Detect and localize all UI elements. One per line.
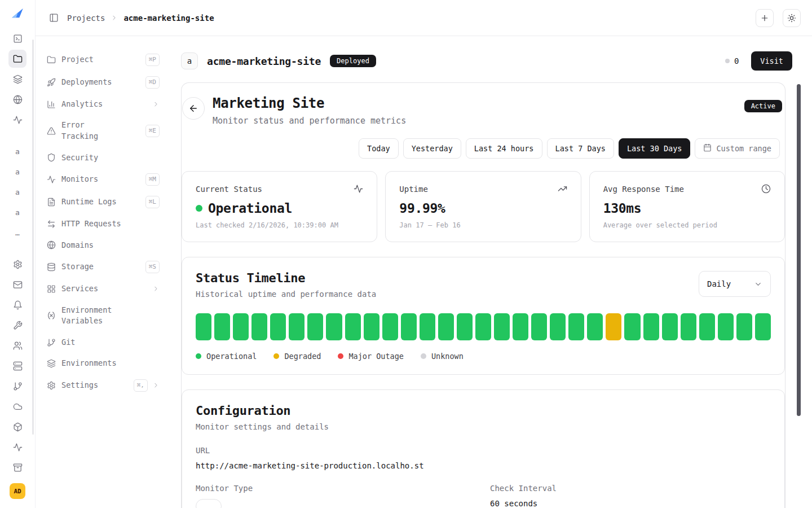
sidebar-item-monitors[interactable]: Monitors⌘M: [42, 168, 164, 191]
sidebar-item-label: HTTP Requests: [61, 218, 121, 230]
sidebar-item-http-requests[interactable]: HTTP Requests: [42, 213, 164, 235]
app-logo-icon[interactable]: [8, 5, 27, 23]
timeline-cell-23-degraded[interactable]: [606, 313, 621, 340]
sidebar-item-settings[interactable]: Settings⌘,: [42, 374, 164, 397]
timeline-cell-9-operational[interactable]: [345, 313, 361, 340]
sidebar-item-security[interactable]: Security: [42, 147, 164, 169]
timeline-cell-6-operational[interactable]: [289, 313, 304, 340]
timeline-cell-7-operational[interactable]: [307, 313, 323, 340]
rail-box-icon[interactable]: [8, 418, 27, 436]
timeline-cell-20-operational[interactable]: [550, 313, 566, 340]
sidebar-item-project[interactable]: Project⌘P: [42, 49, 164, 71]
timeline-cell-8-operational[interactable]: [326, 313, 342, 340]
timeline-cell-26-operational[interactable]: [662, 313, 678, 340]
range-tab-yesterday[interactable]: Yesterday: [403, 138, 461, 159]
rail-letter-a-icon[interactable]: a: [8, 142, 27, 160]
visit-button[interactable]: Visit: [751, 51, 792, 71]
rail-wrench-icon[interactable]: [8, 316, 27, 334]
timeline-cell-29-operational[interactable]: [718, 313, 734, 340]
rail-activity-icon[interactable]: [8, 438, 27, 456]
scrollbar-thumb[interactable]: [797, 84, 801, 416]
sidebar-item-runtime-logs[interactable]: Runtime Logs⌘L: [42, 191, 164, 213]
timeline-cell-10-operational[interactable]: [364, 313, 379, 340]
rail-server-icon[interactable]: [8, 357, 27, 375]
user-avatar[interactable]: AD: [10, 483, 25, 499]
custom-range-button[interactable]: Custom range: [695, 138, 780, 159]
rail-git-branch-icon[interactable]: [8, 377, 27, 395]
timeline-titles: Status Timeline Historical uptime and pe…: [196, 271, 376, 299]
rail-users-icon[interactable]: [8, 336, 27, 354]
timeline-cell-11-operational[interactable]: [382, 313, 398, 340]
rail-globe-icon[interactable]: [8, 90, 27, 108]
stat-label: Avg Response Time: [603, 185, 684, 194]
sidebar-item-error-tracking[interactable]: Error Tracking⌘E: [42, 115, 164, 147]
granularity-select[interactable]: Daily: [699, 271, 771, 297]
rail-activity-icon[interactable]: [8, 111, 27, 129]
timeline-cell-13-operational[interactable]: [420, 313, 435, 340]
sidebar-item-analytics[interactable]: Analytics: [42, 94, 164, 115]
sidebar-toggle-button[interactable]: [47, 9, 60, 27]
rail-terminal-square-icon[interactable]: [8, 29, 27, 47]
rail-scrollbar[interactable]: [32, 40, 34, 435]
stat-value: 130ms: [603, 201, 771, 216]
monitor-type-field: Monitor Type: [196, 484, 476, 508]
legend-unknown: Unknown: [421, 352, 464, 361]
timeline-cell-4-operational[interactable]: [251, 313, 267, 340]
rail-letter-a-icon[interactable]: a: [8, 163, 27, 181]
shell: Project⌘PDeployments⌘DAnalyticsError Tra…: [36, 36, 812, 508]
sidebar-item-domains[interactable]: Domains: [42, 235, 164, 256]
rail-letter-a-icon[interactable]: a: [8, 183, 27, 201]
timeline-cell-19-operational[interactable]: [531, 313, 547, 340]
rail-folder-icon[interactable]: [8, 50, 27, 68]
theme-toggle-button[interactable]: [783, 9, 801, 27]
rail-layers-icon[interactable]: [8, 70, 27, 88]
sidebar-item-environments[interactable]: Environments: [42, 353, 164, 374]
range-tab-last-24-hours[interactable]: Last 24 hours: [466, 138, 542, 159]
timeline-cell-22-operational[interactable]: [587, 313, 603, 340]
back-button[interactable]: [182, 97, 205, 120]
monitor-title: Marketing Site: [213, 95, 406, 111]
sidebar-item-git[interactable]: Git: [42, 332, 164, 353]
timeline-cell-25-operational[interactable]: [643, 313, 659, 340]
timeline-cell-27-operational[interactable]: [681, 313, 696, 340]
timeline-cell-21-operational[interactable]: [568, 313, 584, 340]
sidebar-item-storage[interactable]: Storage⌘S: [42, 256, 164, 278]
timeline-cell-31-operational[interactable]: [755, 313, 771, 340]
sidebar-item-services[interactable]: Services: [42, 278, 164, 300]
timeline-cell-18-operational[interactable]: [513, 313, 528, 340]
check-interval-value: 60 seconds: [490, 499, 771, 508]
sidebar-item-environment-variables[interactable]: Environment Variables: [42, 300, 164, 332]
rail-letter-a-icon[interactable]: a: [8, 203, 27, 221]
timeline-cell-1-operational[interactable]: [196, 313, 211, 340]
rail-archive-icon[interactable]: [8, 458, 27, 476]
add-new-button[interactable]: [756, 9, 774, 27]
timeline-cell-14-operational[interactable]: [438, 313, 454, 340]
monitor-type-label: Monitor Type: [196, 484, 476, 493]
breadcrumb-projects[interactable]: Projects: [67, 14, 105, 23]
rail-gear-icon[interactable]: [8, 255, 27, 273]
rail-cloud-icon[interactable]: [8, 397, 27, 415]
timeline-cell-24-operational[interactable]: [624, 313, 640, 340]
chevron-down-icon: [754, 280, 762, 288]
range-tab-last-30-days[interactable]: Last 30 Days: [619, 138, 691, 159]
timeline-cell-28-operational[interactable]: [699, 313, 715, 340]
app: aaaa… AD Projects acme-marketing-site Pr…: [0, 0, 812, 508]
timeline-cell-16-operational[interactable]: [475, 313, 491, 340]
legend-label: Operational: [206, 352, 257, 361]
timeline-cell-17-operational[interactable]: [494, 313, 510, 340]
range-tab-last-7-days[interactable]: Last 7 Days: [547, 138, 614, 159]
timeline-cell-2-operational[interactable]: [214, 313, 230, 340]
rail-more-icon[interactable]: …: [8, 224, 27, 242]
range-tab-today[interactable]: Today: [359, 138, 399, 159]
timeline-cell-15-operational[interactable]: [457, 313, 473, 340]
stat-card-current-status: Current StatusOperationalLast checked 2/…: [182, 171, 377, 242]
file-text-icon: [47, 198, 56, 207]
timeline-cell-30-operational[interactable]: [736, 313, 752, 340]
timeline-cell-12-operational[interactable]: [401, 313, 417, 340]
timeline-cell-3-operational[interactable]: [233, 313, 249, 340]
rail-mail-icon[interactable]: [8, 275, 27, 294]
rail-bell-icon[interactable]: [8, 296, 27, 314]
sidebar-item-deployments[interactable]: Deployments⌘D: [42, 71, 164, 94]
timeline-cell-5-operational[interactable]: [270, 313, 286, 340]
url-value: http://acme-marketing-site-production.lo…: [196, 461, 771, 470]
